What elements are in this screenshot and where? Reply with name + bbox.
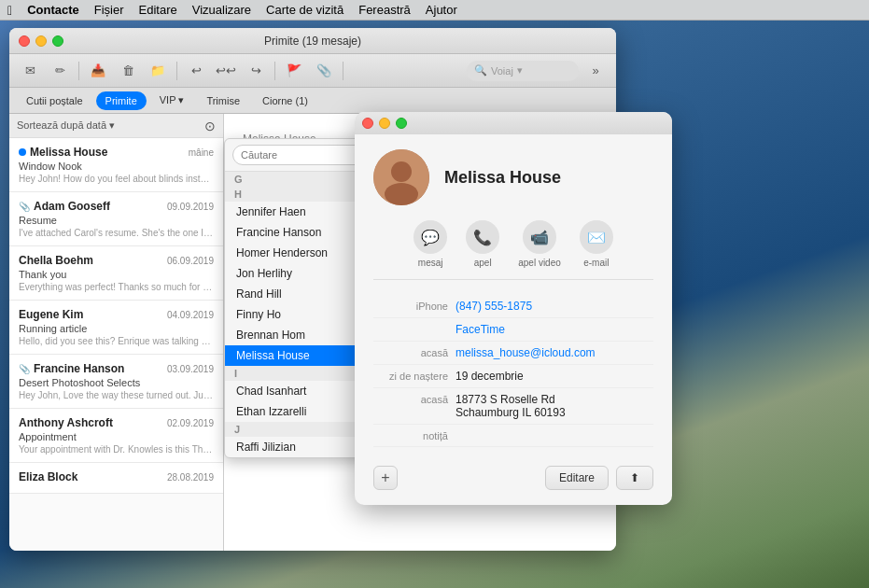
apple-menu[interactable]:  (7, 3, 12, 18)
sort-label: Sortează după dată ▾ (17, 119, 115, 132)
toolbar-separator-1 (78, 62, 79, 80)
menubar-fereastra[interactable]: Fereastră (358, 3, 411, 17)
contact-close-button[interactable] (362, 118, 373, 129)
maximize-button[interactable] (52, 35, 63, 47)
menubar-editare[interactable]: Editare (139, 3, 177, 17)
menubar:  Contacte Fișier Editare Vizualizare Ca… (0, 0, 869, 21)
contact-label-email: acasă (373, 346, 448, 358)
contact-info-email: acasă melissa_house@icloud.com (373, 342, 653, 365)
tab-trimise[interactable]: Trimise (197, 91, 249, 110)
mail-item[interactable]: Anthony Ashcroft 02.09.2019 Appointment … (9, 409, 223, 463)
mail-item[interactable]: Eugene Kim 04.09.2019 Running article He… (9, 301, 223, 355)
contact-minimize-button[interactable] (379, 118, 390, 129)
attachment-icon: 📎 (19, 202, 30, 212)
mail-item[interactable]: Melissa House mâine Window Nook Hey John… (9, 138, 223, 192)
mail-date: mâine (189, 147, 214, 158)
mail-window-title: Primite (19 mesaje) (264, 35, 361, 48)
avatar (373, 149, 429, 205)
add-contact-button[interactable]: + (373, 466, 398, 490)
forward-button[interactable]: ↪ (243, 60, 269, 82)
search-label: Voiaj (491, 65, 513, 77)
message-icon: 💬 (413, 220, 447, 254)
tab-ciorne[interactable]: Ciorne (1) (253, 91, 317, 110)
email-icon: ✉️ (580, 220, 613, 254)
edit-button[interactable]: Editare (545, 466, 609, 490)
reply-all-button[interactable]: ↩↩ (213, 60, 239, 82)
contact-action-message[interactable]: 💬 mesaj (413, 220, 447, 268)
close-button[interactable] (19, 35, 30, 47)
search-box[interactable]: 🔍 Voiaj ▾ (467, 61, 579, 81)
mail-date: 02.09.2019 (167, 418, 214, 428)
toolbar-separator-3 (274, 62, 275, 80)
contact-label-birthday: zi de naștere (373, 370, 448, 382)
menubar-vizualizare[interactable]: Vizualizare (192, 3, 251, 17)
contact-value-email[interactable]: melissa_house@icloud.com (456, 346, 653, 359)
mail-sender: Anthony Ashcroft (19, 416, 113, 429)
contact-value-facetime[interactable]: FaceTime (456, 323, 653, 336)
mail-item[interactable]: 📎 Adam Gooseff 09.09.2019 Resume I've at… (9, 192, 223, 246)
contact-card-titlebar (355, 112, 672, 134)
avatar-image (373, 149, 429, 205)
contact-name: Melissa House (444, 168, 561, 188)
mail-subject: Running article (19, 323, 214, 334)
contact-value-address: 18773 S Roselle Rd Schaumburg IL 60193 (456, 393, 653, 419)
contact-card: Melissa House 💬 mesaj 📞 apel 📹 apel vide… (355, 112, 672, 505)
tab-cutii-postale[interactable]: Cutii poștale (17, 91, 92, 110)
contact-label-iphone: iPhone (373, 300, 448, 312)
menubar-ajutor[interactable]: Ajutor (426, 3, 457, 17)
mail-date: 04.09.2019 (167, 310, 214, 320)
contact-action-call[interactable]: 📞 apel (466, 220, 499, 268)
mail-date: 09.09.2019 (167, 202, 214, 212)
mail-sender: Eliza Block (19, 470, 77, 483)
mail-preview: I've attached Carol's resume. She's the … (19, 228, 214, 238)
mail-toolbar: ✉ ✏ 📥 🗑 📁 ↩ ↩↩ ↪ 🚩 📎 🔍 Voiaj ▾ » (9, 54, 616, 88)
contact-footer: + Editare ⬆ (373, 458, 653, 490)
mail-sender: Eugene Kim (19, 308, 83, 321)
contact-label-address: acasă (373, 393, 448, 405)
contact-action-label-video: apel video (518, 258, 561, 268)
share-button[interactable]: ⬆ (616, 466, 653, 490)
contact-action-label-message: mesaj (418, 258, 443, 268)
mail-date: 28.08.2019 (167, 472, 214, 483)
menubar-contacte[interactable]: Contacte (27, 3, 79, 17)
menubar-carte-de-vizita[interactable]: Carte de vizită (266, 3, 343, 17)
mail-item[interactable]: Eliza Block 28.08.2019 (9, 463, 223, 494)
mail-sender: Francine Hanson (34, 362, 124, 375)
move-button[interactable]: 📎 (311, 60, 337, 82)
toolbar-more-button[interactable]: » (582, 60, 609, 82)
mail-sort-bar[interactable]: Sortează după dată ▾ ⊙ (9, 114, 223, 138)
filter-icon[interactable]: ⊙ (204, 119, 216, 133)
flag-button[interactable]: 🚩 (281, 60, 307, 82)
contact-value-iphone[interactable]: (847) 555-1875 (456, 300, 653, 313)
mail-preview: Hey John! How do you feel about blinds i… (19, 174, 214, 184)
compose-button[interactable]: ✉ (17, 60, 43, 82)
contact-label-note: notiță (373, 429, 448, 441)
minimize-button[interactable] (35, 35, 47, 47)
mail-date: 06.09.2019 (167, 256, 214, 266)
mail-tabs: Cutii poștale Primite VIP ▾ Trimise Cior… (9, 88, 616, 114)
delete-button[interactable]: 🗑 (115, 60, 141, 82)
mail-date: 03.09.2019 (167, 364, 214, 374)
reply-button[interactable]: ↩ (183, 60, 209, 82)
call-icon: 📞 (466, 220, 499, 254)
folder-button[interactable]: 📁 (145, 60, 171, 82)
mail-preview: Your appointment with Dr. Knowles is thi… (19, 444, 214, 455)
tab-vip[interactable]: VIP ▾ (150, 91, 194, 110)
mail-item[interactable]: 📎 Francine Hanson 03.09.2019 Desert Phot… (9, 355, 223, 409)
archive-button[interactable]: 📥 (85, 60, 111, 82)
contact-info-note: notiță (373, 425, 653, 447)
contact-maximize-button[interactable] (396, 118, 407, 129)
mail-list: Sortează după dată ▾ ⊙ Melissa House mâi… (9, 114, 224, 551)
contact-action-video[interactable]: 📹 apel video (518, 220, 561, 268)
mail-sender: Melissa House (30, 146, 107, 159)
mail-subject: Appointment (19, 431, 214, 442)
write-button[interactable]: ✏ (47, 60, 73, 82)
contact-action-email[interactable]: ✉️ e-mail (580, 220, 613, 268)
video-icon: 📹 (523, 220, 556, 254)
contact-value-birthday: 19 decembrie (456, 370, 653, 383)
menubar-fisier[interactable]: Fișier (94, 3, 124, 17)
mail-item[interactable]: Chella Boehm 06.09.2019 Thank you Everyt… (9, 246, 223, 301)
tab-primite[interactable]: Primite (96, 91, 147, 110)
contact-card-body: Melissa House 💬 mesaj 📞 apel 📹 apel vide… (355, 134, 672, 505)
contact-info-address: acasă 18773 S Roselle Rd Schaumburg IL 6… (373, 388, 653, 425)
